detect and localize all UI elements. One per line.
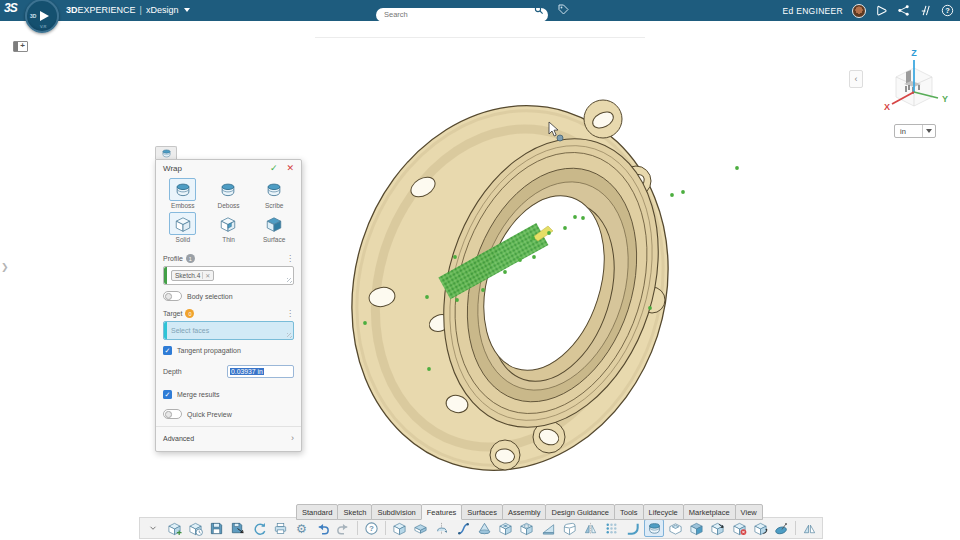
units-dropdown[interactable]: in xyxy=(894,124,936,138)
sync-icon[interactable] xyxy=(249,519,269,537)
emboss-preview-point xyxy=(427,367,431,371)
wrap-option-deboss[interactable]: Deboss xyxy=(206,178,252,209)
wrap-option-emboss[interactable]: Emboss xyxy=(160,178,206,209)
replace-face-icon[interactable] xyxy=(708,519,728,537)
surface-icon xyxy=(261,212,288,235)
tab-features[interactable]: Features xyxy=(421,504,463,520)
tab-design-guidance[interactable]: Design Guidance xyxy=(545,504,615,520)
scribe-icon xyxy=(261,178,288,201)
move-face-icon[interactable] xyxy=(751,519,771,537)
emboss-preview-point xyxy=(518,258,522,262)
tab-assembly[interactable]: Assembly xyxy=(502,504,547,520)
revolve-icon[interactable] xyxy=(432,519,452,537)
settings-icon[interactable]: ⚙ xyxy=(292,519,312,537)
tab-standard[interactable]: Standard xyxy=(296,504,338,520)
mirror-icon[interactable] xyxy=(581,519,601,537)
dome-icon[interactable] xyxy=(772,519,792,537)
merge-results-row: Merge results xyxy=(156,384,301,403)
confirm-button[interactable]: ✓ xyxy=(270,163,278,173)
sweep-icon[interactable] xyxy=(453,519,473,537)
expand-tree-icon[interactable]: + xyxy=(13,41,28,52)
undo-icon[interactable] xyxy=(313,519,333,537)
wrap-icon[interactable] xyxy=(644,519,664,537)
profile-chip[interactable]: Sketch.4 ✕ xyxy=(171,270,214,281)
tab-subdivision[interactable]: Subdivision xyxy=(371,504,421,520)
deboss-icon xyxy=(215,178,242,201)
body-selection-row: Body selection xyxy=(156,285,301,305)
search-input[interactable] xyxy=(376,8,548,22)
wrap-options-grid: EmbossDebossScribeSolidThinSurface xyxy=(156,175,301,250)
pad-icon[interactable] xyxy=(390,519,410,537)
depth-value-selected: 0.03937 in xyxy=(230,368,264,375)
chamfer-icon[interactable] xyxy=(538,519,558,537)
user-name[interactable]: Ed ENGINEER xyxy=(783,6,843,16)
profile-menu-icon[interactable] xyxy=(286,254,294,263)
solid-icon xyxy=(169,212,196,235)
app-switcher[interactable]: 3DEXPERIENCE | xDesign xyxy=(66,5,190,15)
redo-icon[interactable] xyxy=(334,519,354,537)
print-icon[interactable] xyxy=(270,519,290,537)
3d-viewport-model[interactable] xyxy=(0,0,960,540)
bend-icon[interactable] xyxy=(623,519,643,537)
merge-results-checkbox[interactable] xyxy=(163,390,172,399)
delete-face-icon[interactable] xyxy=(729,519,749,537)
svg-text:?: ? xyxy=(945,6,950,15)
notifications-icon[interactable] xyxy=(875,4,888,17)
target-menu-icon[interactable] xyxy=(286,309,294,318)
loft-icon[interactable] xyxy=(474,519,494,537)
emboss-preview-point xyxy=(648,306,652,310)
wrap-dialog-tab[interactable] xyxy=(155,146,177,159)
pocket-icon[interactable] xyxy=(496,519,516,537)
collapse-toolbar-icon[interactable] xyxy=(143,519,163,537)
save-as-icon[interactable] xyxy=(228,519,248,537)
new-part-icon[interactable] xyxy=(164,519,184,537)
emboss-preview-point xyxy=(481,288,485,292)
tag-icon[interactable] xyxy=(557,3,570,16)
left-panel-flyout-icon[interactable]: ❯ xyxy=(1,262,9,272)
emboss-preview-point xyxy=(363,321,367,325)
tangent-propagation-row: Tangent propagation xyxy=(156,340,301,359)
emboss-preview-point xyxy=(531,236,535,240)
help-icon[interactable]: ? xyxy=(941,4,954,17)
wrap-option-scribe[interactable]: Scribe xyxy=(251,178,297,209)
dropdown-caret-icon xyxy=(922,125,935,137)
user-avatar[interactable] xyxy=(852,4,866,18)
fillet-icon[interactable] xyxy=(559,519,579,537)
design-history-icon[interactable] xyxy=(185,519,205,537)
view-triad[interactable]: Z X Y xyxy=(876,46,952,124)
tab-marketplace[interactable]: Marketplace xyxy=(683,504,736,520)
3dexperience-compass[interactable]: 3D V.R xyxy=(25,0,59,33)
tab-lifecycle[interactable]: Lifecycle xyxy=(643,504,684,520)
profile-selection-input[interactable]: Sketch.4 ✕ xyxy=(163,266,294,285)
profile-count-badge: 1 xyxy=(186,254,195,263)
dialog-title: Wrap xyxy=(163,164,270,173)
body-selection-toggle[interactable] xyxy=(163,291,182,301)
share-icon[interactable] xyxy=(897,4,910,17)
services-icon[interactable] xyxy=(919,4,932,17)
hole-icon[interactable] xyxy=(517,519,537,537)
emboss-preview-point xyxy=(735,166,739,170)
quick-preview-toggle[interactable] xyxy=(163,409,182,419)
wrap-option-surface[interactable]: Surface xyxy=(251,212,297,243)
pattern-icon[interactable] xyxy=(602,519,622,537)
advanced-expander[interactable]: Advanced xyxy=(156,426,301,449)
thicken-icon[interactable] xyxy=(687,519,707,537)
wrap-option-thin[interactable]: Thin xyxy=(206,212,252,243)
shell-icon[interactable] xyxy=(666,519,686,537)
chip-remove-icon[interactable]: ✕ xyxy=(202,272,210,279)
split-icon[interactable] xyxy=(799,519,819,537)
collapse-panel-button[interactable] xyxy=(849,70,863,88)
save-icon[interactable] xyxy=(207,519,227,537)
tangent-propagation-checkbox[interactable] xyxy=(163,346,172,355)
close-button[interactable]: ✕ xyxy=(286,163,294,173)
search-icon[interactable] xyxy=(534,5,544,15)
tab-surfaces[interactable]: Surfaces xyxy=(461,504,503,520)
tab-tools[interactable]: Tools xyxy=(614,504,644,520)
boss-icon[interactable] xyxy=(411,519,431,537)
depth-input[interactable]: 0.03937 in xyxy=(227,365,294,378)
target-selection-input[interactable]: Select faces xyxy=(163,321,294,340)
tab-sketch[interactable]: Sketch xyxy=(337,504,372,520)
help-icon[interactable]: ? xyxy=(362,519,382,537)
tab-view[interactable]: View xyxy=(735,504,763,520)
wrap-option-solid[interactable]: Solid xyxy=(160,212,206,243)
